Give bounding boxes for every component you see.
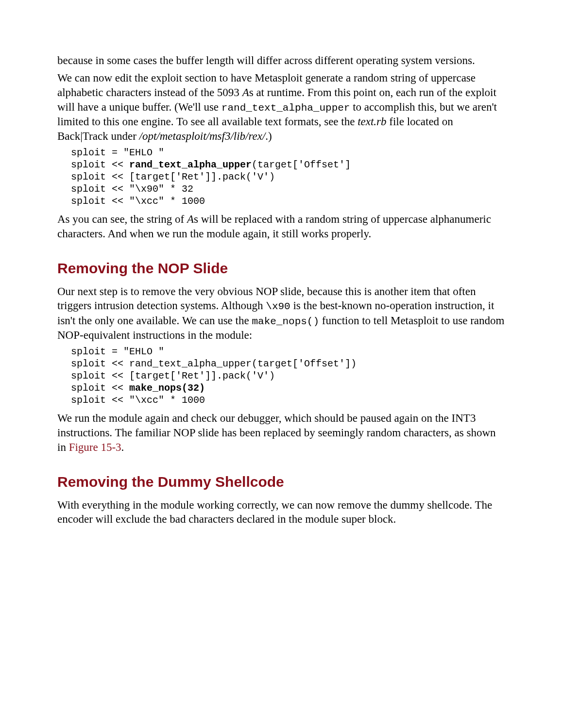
code-line: sploit << [target['Ret']].pack('V') <box>71 171 275 182</box>
code-bold-rand-text: rand_text_alpha_upper <box>129 159 252 170</box>
paragraph-as-you-can-see: As you can see, the string of As will be… <box>57 212 506 241</box>
code-block-1: sploit = "EHLO " sploit << rand_text_alp… <box>71 147 506 207</box>
code-line: sploit << make_nops(32) <box>71 382 205 394</box>
code-block-2: sploit = "EHLO " sploit << rand_text_alp… <box>71 346 506 406</box>
inline-code-x90: \x90 <box>266 301 290 312</box>
code-line: sploit << rand_text_alpha_upper(target['… <box>71 358 357 369</box>
figure-link-15-3[interactable]: Figure 15-3 <box>69 441 121 453</box>
code-line: sploit = "EHLO " <box>71 147 164 158</box>
code-line: sploit << "\xcc" * 1000 <box>71 196 205 207</box>
code-line: sploit = "EHLO " <box>71 346 164 357</box>
heading-removing-dummy-shellcode: Removing the Dummy Shellcode <box>57 472 506 491</box>
code-line: sploit << [target['Ret']].pack('V') <box>71 370 275 381</box>
code-line: sploit << "\x90" * 32 <box>71 183 193 195</box>
paragraph-run-module: We run the module again and check our de… <box>57 411 506 455</box>
italic-textrb: text.rb <box>358 116 386 128</box>
code-text: sploit << <box>71 159 129 170</box>
code-line: sploit << "\xcc" * 1000 <box>71 395 205 406</box>
code-bold-make-nops: make_nops(32) <box>129 382 205 394</box>
document-page: because in some cases the buffer length … <box>0 0 563 559</box>
inline-code-rand-text: rand_text_alpha_upper <box>222 102 350 114</box>
italic-a: A <box>187 213 194 225</box>
text-span: As you can see, the string of <box>57 213 187 225</box>
code-text: (target['Offset'] <box>252 159 351 170</box>
paragraph-intro: because in some cases the buffer length … <box>57 53 506 68</box>
code-text: sploit << <box>71 382 129 394</box>
italic-path: /opt/metasploit/msf3/lib/rex/ <box>139 130 266 142</box>
text-span: . <box>121 441 124 453</box>
heading-removing-nop-slide: Removing the NOP Slide <box>57 259 506 278</box>
paragraph-dummy-shellcode: With everything in the module working co… <box>57 498 506 527</box>
paragraph-nop-slide: Our next step is to remove the very obvi… <box>57 284 506 343</box>
italic-a: A <box>242 86 249 99</box>
text-span: .) <box>265 130 272 142</box>
paragraph-edit-exploit: We can now edit the exploit section to h… <box>57 71 506 144</box>
inline-code-make-nops: make_nops() <box>252 316 319 327</box>
code-line: sploit << rand_text_alpha_upper(target['… <box>71 159 351 170</box>
